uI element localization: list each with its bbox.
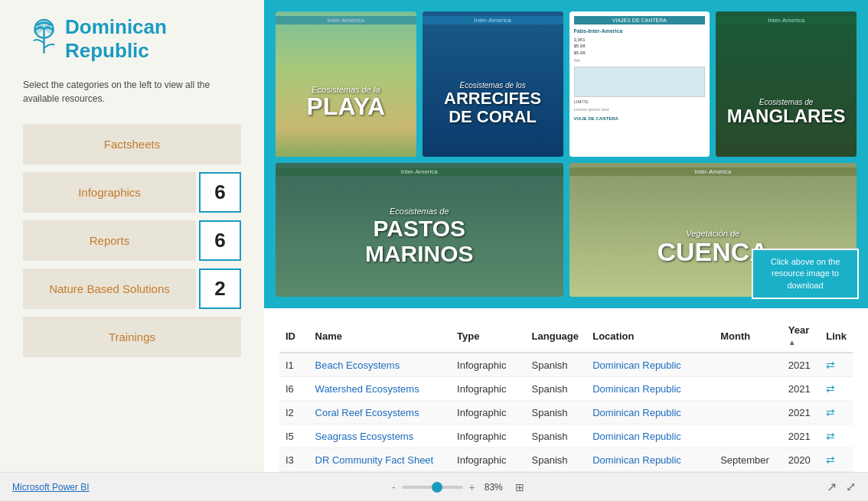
cell-link[interactable]: ⇄ — [820, 448, 853, 472]
sidebar: Dominican Republic Select the categories… — [0, 0, 264, 472]
nature-based-badge: 2 — [199, 268, 241, 309]
cell-link[interactable]: ⇄ — [820, 401, 853, 425]
col-header-type: Type — [451, 320, 525, 353]
cell-link[interactable]: ⇄ — [820, 377, 853, 401]
col-header-language: Language — [526, 320, 587, 353]
cell-type: Infographic — [451, 401, 525, 425]
subtitle-text: Select the categories on the left to vie… — [23, 78, 241, 106]
cell-month: September — [714, 448, 782, 472]
nav-buttons: Factsheets Infographics 6 Reports 6 Natu… — [23, 124, 241, 357]
zoom-slider[interactable] — [402, 486, 463, 489]
cell-language: Spanish — [526, 377, 587, 401]
col-header-id: ID — [279, 320, 309, 353]
zoom-thumb[interactable] — [432, 482, 442, 493]
powerbi-link[interactable]: Microsoft Power BI — [12, 482, 90, 493]
logo-line2: Republic — [65, 39, 149, 62]
cell-id: I3 — [279, 448, 309, 472]
cell-type: Infographic — [451, 448, 525, 472]
cell-type: Infographic — [451, 353, 525, 377]
logo-line1: Dominican — [65, 15, 167, 38]
table-row: I1 Beach Ecosystems Infographic Spanish … — [279, 353, 853, 377]
cell-year: 2021 — [782, 353, 820, 377]
cell-name: Beach Ecosystems — [309, 353, 452, 377]
col-header-link: Link — [820, 320, 853, 353]
zoom-plus[interactable]: + — [469, 481, 475, 493]
nav-item-reports: Reports 6 — [23, 220, 241, 261]
logo-text: Dominican Republic — [65, 15, 167, 63]
table-row: I2 Coral Reef Ecosystems Infographic Spa… — [279, 401, 853, 425]
cell-month — [714, 401, 782, 425]
cell-year: 2021 — [782, 377, 820, 401]
col-header-location: Location — [586, 320, 714, 353]
cell-month — [714, 425, 782, 448]
cell-name: DR Community Fact Sheet — [309, 448, 452, 472]
col-header-name: Name — [309, 320, 452, 353]
cell-link[interactable]: ⇄ — [820, 353, 853, 377]
cell-location: Dominican Republic — [586, 448, 714, 472]
cell-id: I1 — [279, 353, 309, 377]
cell-id: I6 — [279, 377, 309, 401]
cell-location: Dominican Republic — [586, 353, 714, 377]
cell-link[interactable]: ⇄ — [820, 425, 853, 448]
infographics-button[interactable]: Infographics — [23, 172, 196, 213]
nature-based-button[interactable]: Nature Based Solutions — [23, 268, 196, 309]
card-seagrass[interactable]: Inter-America Ecosistemas de PASTOSMARIN… — [276, 163, 563, 297]
share-icon[interactable]: ↗ — [827, 480, 837, 494]
cell-year: 2021 — [782, 425, 820, 448]
table-row: I6 Watershed Ecosystems Infographic Span… — [279, 377, 853, 401]
cell-month — [714, 353, 782, 377]
zoom-controls: - + 83% ⊞ — [392, 481, 524, 493]
cell-name: Watershed Ecosystems — [309, 377, 452, 401]
trainings-button[interactable]: Trainings — [23, 317, 241, 357]
cell-location: Dominican Republic — [586, 425, 714, 448]
logo-area: Dominican Republic — [23, 15, 241, 63]
cell-name: Seagrass Ecosystems — [309, 425, 452, 448]
zoom-level: 83% — [485, 482, 503, 493]
cell-id: I5 — [279, 425, 309, 448]
card-fact-sheet[interactable]: VIAJES DE CANTERA Fabs-Inter-America 3,9… — [569, 11, 710, 157]
infographics-badge: 6 — [199, 172, 241, 213]
nav-item-nature-based: Nature Based Solutions 2 — [23, 268, 241, 309]
link-icon[interactable]: ⇄ — [826, 382, 835, 395]
download-hint: Click above on the resource image to dow… — [752, 249, 859, 299]
year-sort-icon[interactable]: ▲ — [788, 338, 796, 346]
link-icon[interactable]: ⇄ — [826, 430, 835, 442]
cell-location: Dominican Republic — [586, 377, 714, 401]
card-mangrove[interactable]: Inter-America Ecosistemas de MANGLARES — [716, 11, 857, 157]
col-header-month: Month — [714, 320, 782, 353]
card-beach[interactable]: Inter-America Ecosistemas de la PLAYA — [276, 11, 416, 157]
zoom-minus[interactable]: - — [392, 481, 396, 493]
image-grid: Inter-America Ecosistemas de la PLAYA In… — [264, 0, 868, 308]
card-coral[interactable]: Inter-America Ecosistemas de los ARRECIF… — [423, 11, 563, 157]
fit-page-icon[interactable]: ⊞ — [515, 481, 524, 493]
fullscreen-icon[interactable]: ⤢ — [846, 480, 856, 494]
cell-year: 2020 — [782, 448, 820, 472]
table-row: I3 DR Community Fact Sheet Infographic S… — [279, 448, 853, 472]
factsheets-button[interactable]: Factsheets — [23, 124, 241, 164]
cell-name: Coral Reef Ecosystems — [309, 401, 452, 425]
plant-icon — [23, 18, 65, 60]
cell-language: Spanish — [526, 401, 587, 425]
reports-button[interactable]: Reports — [23, 220, 196, 261]
nav-item-trainings: Trainings — [23, 317, 241, 357]
cell-language: Spanish — [526, 353, 587, 377]
cell-language: Spanish — [526, 425, 587, 448]
link-icon[interactable]: ⇄ — [826, 359, 835, 371]
reports-badge: 6 — [199, 220, 241, 261]
footer-icons: ↗ ⤢ — [827, 480, 856, 494]
cell-type: Infographic — [451, 425, 525, 448]
col-header-year: Year ▲ — [782, 320, 820, 353]
cell-type: Infographic — [451, 377, 525, 401]
link-icon[interactable]: ⇄ — [826, 454, 835, 466]
nav-item-factsheets: Factsheets — [23, 124, 241, 164]
table-area: ID Name Type Language Location Month Yea… — [264, 308, 868, 472]
cell-id: I2 — [279, 401, 309, 425]
data-table: ID Name Type Language Location Month Yea… — [279, 320, 853, 472]
cell-language: Spanish — [526, 448, 587, 472]
link-icon[interactable]: ⇄ — [826, 406, 835, 418]
nav-item-infographics: Infographics 6 — [23, 172, 241, 213]
table-row: I5 Seagrass Ecosystems Infographic Spani… — [279, 425, 853, 448]
footer: Microsoft Power BI - + 83% ⊞ ↗ ⤢ — [0, 472, 868, 501]
cell-location: Dominican Republic — [586, 401, 714, 425]
cell-year: 2021 — [782, 401, 820, 425]
